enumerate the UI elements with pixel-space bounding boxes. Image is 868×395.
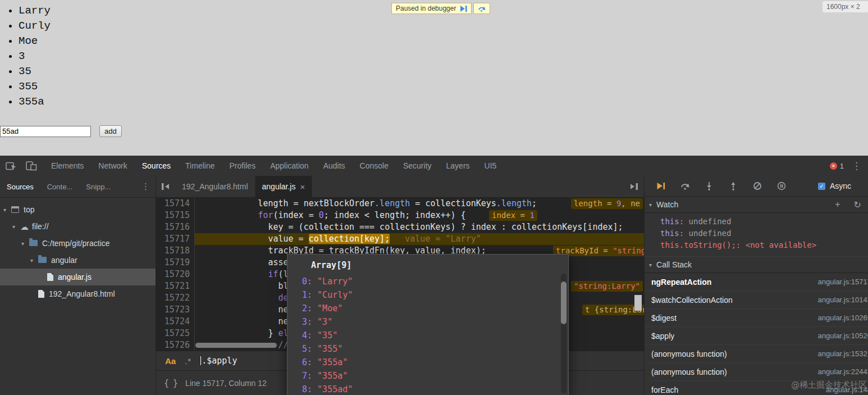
devtools-tab-layers[interactable]: Layers	[439, 156, 477, 176]
popup-scrollbar[interactable]	[561, 274, 567, 393]
line-number[interactable]: 15722	[156, 292, 195, 304]
devtools-tab-ui5[interactable]: UI5	[477, 156, 504, 176]
watch-expression[interactable]: this.toString();: <not available>	[645, 239, 868, 251]
line-number[interactable]: 15724	[156, 316, 195, 328]
watch-expression[interactable]: this: undefined	[645, 228, 868, 239]
code-text[interactable]: key = (collection === collectionKeys) ? …	[195, 221, 644, 233]
list-item: Curly	[19, 19, 868, 34]
line-number[interactable]: 15714	[156, 198, 195, 210]
pause-on-exceptions-button[interactable]	[776, 181, 787, 190]
array-item: 8: "355ad"	[287, 383, 559, 395]
watch-expression[interactable]: this: undefined	[645, 216, 868, 228]
page-controls: add	[0, 125, 122, 137]
editor-tab[interactable]: 192_Angular8.html	[175, 176, 255, 197]
devtools-menu-icon[interactable]: ⋮	[852, 160, 861, 172]
line-number[interactable]: 15723	[156, 304, 195, 316]
call-stack-frame[interactable]: forEachangular.js:148	[645, 381, 868, 395]
file-icon	[38, 290, 44, 298]
call-stack-frame[interactable]: $applyangular.js:10520	[645, 327, 868, 345]
resume-button[interactable]	[656, 181, 666, 190]
call-stack-section-header[interactable]: ▾ Call Stack	[645, 256, 868, 273]
line-number[interactable]: 15721	[156, 280, 195, 292]
call-stack-frame[interactable]: $watchCollectionActionangular.js:10143	[645, 291, 868, 309]
line-number[interactable]: 15715	[156, 210, 195, 221]
step-over-button[interactable]	[680, 181, 690, 190]
devtools-tab-profiles[interactable]: Profiles	[222, 156, 263, 176]
call-stack-frame[interactable]: (anonymous function)angular.js:22443	[645, 363, 868, 381]
line-number[interactable]: 15726	[156, 339, 195, 351]
async-checkbox-wrap[interactable]: ✓ Async	[818, 181, 868, 190]
sidebar-tab[interactable]: Conte...	[40, 183, 80, 191]
line-number[interactable]: 15716	[156, 221, 195, 233]
devtools-tab-elements[interactable]: Elements	[44, 156, 91, 176]
tree-item-angular-js[interactable]: angular.js	[0, 269, 156, 285]
console-error-badge[interactable]: ✕ 1	[830, 162, 844, 170]
code-text[interactable]: length = nextBlockOrder.length = collect…	[195, 198, 644, 210]
editor-vertical-scrollbar-thumb[interactable]	[634, 295, 642, 311]
sidebar-tab[interactable]: Snipp...	[79, 183, 117, 191]
devtools-tab-timeline[interactable]: Timeline	[178, 156, 222, 176]
devtools-tab-security[interactable]: Security	[396, 156, 439, 176]
chevron-down-icon: ▾	[649, 202, 652, 208]
match-case-toggle[interactable]: Aa	[165, 356, 176, 366]
async-checkbox[interactable]: ✓	[818, 183, 825, 190]
devtools-tab-application[interactable]: Application	[263, 156, 316, 176]
watch-title: Watch	[656, 200, 678, 209]
devtools-tab-sources[interactable]: Sources	[135, 156, 178, 176]
line-number[interactable]: 15718	[156, 245, 195, 257]
async-label: Async	[830, 181, 851, 190]
editor-horizontal-scrollbar-thumb[interactable]	[195, 343, 277, 348]
add-item-input[interactable]	[0, 126, 91, 137]
show-drawer-icon[interactable]	[629, 176, 644, 197]
line-number[interactable]: 15717	[156, 233, 195, 245]
sidebar-menu-icon[interactable]: ⋮	[141, 181, 156, 192]
watch-section-header[interactable]: ▾ Watch + ↻	[645, 197, 868, 213]
tree-item-192-angular8-html[interactable]: 192_Angular8.html	[0, 285, 156, 302]
code-line: 15717 value = collection[key]; value = "…	[156, 233, 644, 245]
pretty-print-icon[interactable]: { }	[164, 378, 177, 388]
tree-item-label: top	[24, 205, 34, 214]
tree-item-top[interactable]: ▾top	[0, 201, 156, 218]
devtools-tab-audits[interactable]: Audits	[316, 156, 353, 176]
close-icon[interactable]: ×	[300, 182, 305, 192]
page-bullet-list: LarryCurlyMoe335355355a	[0, 3, 868, 110]
tree-item-angular[interactable]: ▾angular	[0, 252, 156, 269]
inline-value-badge: length = 9, ne	[571, 198, 643, 209]
add-watch-icon[interactable]: +	[835, 199, 840, 210]
refresh-watch-icon[interactable]: ↻	[854, 199, 861, 210]
code-line: 15715 for(index = 0; index < length; ind…	[156, 210, 644, 221]
add-button[interactable]: add	[99, 125, 122, 137]
call-stack-frame[interactable]: (anonymous function)angular.js:15321	[645, 345, 868, 363]
step-into-button[interactable]	[704, 181, 714, 190]
frame-icon	[11, 206, 19, 213]
sidebar-tab[interactable]: Sources	[0, 183, 40, 191]
line-number[interactable]: 15720	[156, 269, 195, 280]
devtools-panel-tabs: ElementsNetworkSourcesTimelineProfilesAp…	[44, 156, 504, 176]
devtools-tab-network[interactable]: Network	[91, 156, 134, 176]
step-over-box[interactable]	[473, 3, 490, 14]
popup-scrollbar-thumb[interactable]	[561, 282, 567, 324]
call-stack-frame[interactable]: $digestangular.js:10269	[645, 309, 868, 327]
inline-value-badge: index = 1	[489, 210, 537, 221]
deactivate-breakpoints-button[interactable]	[752, 181, 762, 190]
code-text[interactable]: value = collection[key]; value = "Larry"	[195, 233, 644, 245]
find-input[interactable]: .$apply	[200, 356, 237, 366]
tree-item-label: angular	[51, 256, 77, 265]
watch-expressions: this: undefinedthis: undefinedthis.toStr…	[645, 213, 868, 256]
tree-item-c-temp-git-practice[interactable]: ▾C:/temp/git/practice	[0, 235, 156, 252]
screenshot-root: LarryCurlyMoe335355355a add Paused in de…	[0, 0, 868, 395]
inspect-element-icon[interactable]	[6, 161, 17, 171]
code-text[interactable]: for(index = 0; index < length; index++) …	[195, 210, 644, 221]
line-number[interactable]: 15719	[156, 257, 195, 269]
devtools-tab-console[interactable]: Console	[353, 156, 396, 176]
tree-item-label: C:/temp/git/practice	[42, 239, 110, 248]
editor-tab[interactable]: angular.js×	[255, 176, 313, 197]
line-number[interactable]: 15725	[156, 328, 195, 339]
resume-script-icon[interactable]	[460, 6, 467, 12]
hide-navigator-icon[interactable]	[156, 176, 175, 197]
device-toolbar-icon[interactable]	[26, 161, 37, 171]
call-stack-frame[interactable]: ngRepeatActionangular.js:15717	[645, 273, 868, 291]
step-out-button[interactable]	[728, 181, 738, 190]
tree-item-file-[interactable]: ▾☁file://	[0, 218, 156, 235]
regex-toggle[interactable]: .*	[185, 356, 191, 366]
